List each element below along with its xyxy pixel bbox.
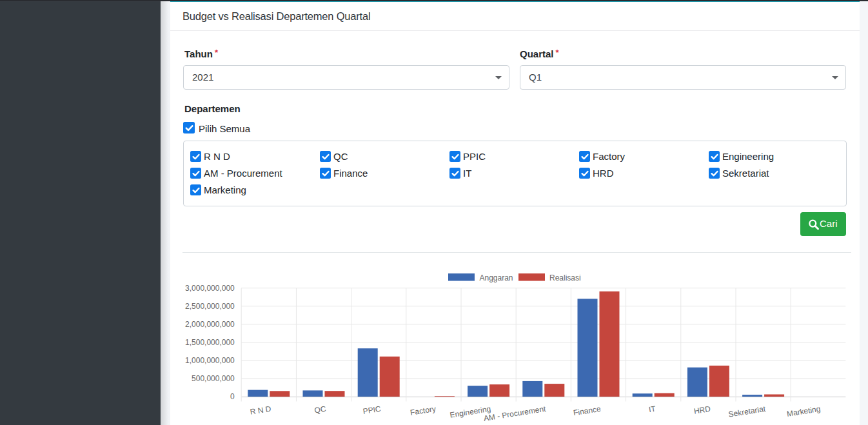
svg-text:2,500,000,000: 2,500,000,000 [185,302,235,311]
svg-text:Anggaran: Anggaran [480,273,513,282]
svg-text:1,000,000,000: 1,000,000,000 [185,356,235,365]
svg-text:Finance: Finance [573,404,602,418]
svg-text:1,500,000,000: 1,500,000,000 [185,338,235,347]
svg-text:2,000,000,000: 2,000,000,000 [185,320,235,329]
svg-text:IT: IT [648,404,656,415]
svg-text:500,000,000: 500,000,000 [192,374,235,383]
svg-text:3,000,000,000: 3,000,000,000 [185,284,235,293]
svg-text:Marketing: Marketing [786,404,821,419]
svg-text:QC: QC [314,404,327,415]
svg-text:PPIC: PPIC [362,404,382,416]
svg-text:HRD: HRD [693,404,711,416]
svg-text:Sekretariat: Sekretariat [728,404,767,419]
svg-text:Realisasi: Realisasi [549,273,581,282]
svg-text:Factory: Factory [409,404,437,417]
svg-text:R N D: R N D [250,404,272,417]
svg-text:0: 0 [230,392,235,401]
svg-text:AM - Procurement: AM - Procurement [483,404,547,423]
